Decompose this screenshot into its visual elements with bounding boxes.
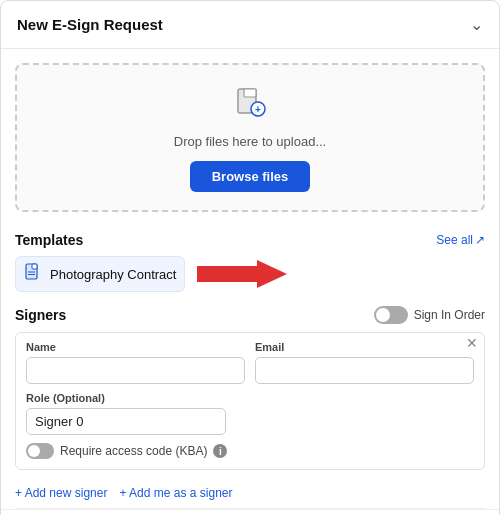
svg-text:+: + [255,104,261,115]
name-label: Name [26,341,245,353]
role-input[interactable] [26,408,226,435]
add-me-as-signer-link[interactable]: + Add me as a signer [119,486,232,500]
esign-header: New E-Sign Request ⌄ [1,1,499,49]
signers-title: Signers [15,307,66,323]
chevron-down-icon[interactable]: ⌄ [470,15,483,34]
template-file-icon [24,263,42,285]
header-title: New E-Sign Request [17,16,163,33]
templates-title: Templates [15,232,83,248]
see-all-link[interactable]: See all ↗ [436,233,485,247]
templates-header: Templates See all ↗ [15,232,485,248]
upload-icon-wrapper: + [234,87,266,126]
info-icon[interactable]: i [213,444,227,458]
red-arrow-indicator [197,258,287,290]
drop-text: Drop files here to upload... [174,134,326,149]
svg-marker-8 [197,260,287,288]
name-field-group: Name [26,341,245,384]
signers-section: Signers Sign In Order Name Email ✕ Role … [1,298,499,480]
browse-files-button[interactable]: Browse files [190,161,311,192]
email-input[interactable] [255,357,474,384]
svg-rect-1 [244,89,256,97]
svg-rect-5 [32,264,37,269]
kba-label: Require access code (KBA) [60,444,207,458]
template-item[interactable]: Photography Contract [15,256,185,292]
template-name: Photography Contract [50,267,176,282]
see-all-label: See all [436,233,473,247]
role-label: Role (Optional) [26,392,474,404]
signers-header: Signers Sign In Order [15,306,485,324]
kba-row: Require access code (KBA) i [26,443,474,459]
kba-toggle[interactable] [26,443,54,459]
close-icon[interactable]: ✕ [466,335,478,351]
upload-file-icon: + [234,94,266,125]
signer-box: Name Email ✕ Role (Optional) Require acc… [15,332,485,470]
upload-area: + Drop files here to upload... Browse fi… [15,63,485,212]
sign-in-order-toggle[interactable] [374,306,408,324]
add-new-signer-link[interactable]: + Add new signer [15,486,107,500]
sign-in-order-toggle-wrapper: Sign In Order [374,306,485,324]
email-label: Email [255,341,474,353]
email-field-group: Email [255,341,474,384]
role-group: Role (Optional) [26,392,474,435]
add-signer-row: + Add new signer + Add me as a signer [1,480,499,508]
sign-in-order-label: Sign In Order [414,308,485,322]
name-input[interactable] [26,357,245,384]
external-link-icon: ↗ [475,233,485,247]
email-section: Email Introduction i Subject (Not encryp… [1,509,499,515]
templates-section: Templates See all ↗ Photography Contract [1,222,499,298]
signer-name-email-row: Name Email ✕ [26,341,474,384]
